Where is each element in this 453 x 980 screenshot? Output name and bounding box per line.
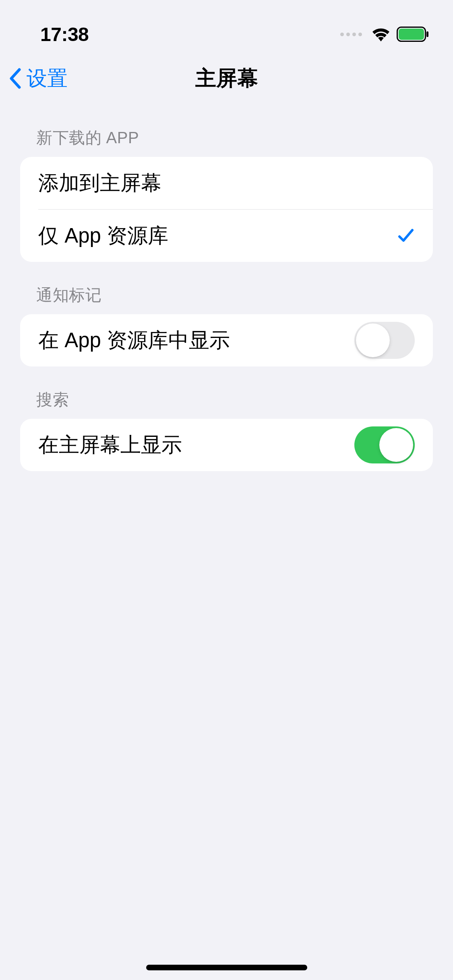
switch-knob: [356, 323, 390, 357]
row-show-in-app-library: 在 App 资源库中显示: [20, 314, 433, 366]
toggle-show-on-home-screen[interactable]: [354, 426, 415, 463]
status-bar: 17:38: [0, 0, 453, 52]
svg-rect-2: [426, 31, 428, 37]
checkmark-icon: [397, 227, 415, 245]
status-indicators: [340, 27, 429, 42]
option-app-library-only[interactable]: 仅 App 资源库: [20, 210, 433, 262]
toggle-show-in-app-library[interactable]: [354, 322, 415, 359]
status-time: 17:38: [24, 23, 89, 45]
switch-knob: [379, 428, 413, 462]
section-group-notification-badges: 在 App 资源库中显示: [20, 314, 433, 366]
chevron-left-icon: [8, 68, 23, 89]
section-group-new-downloads: 添加到主屏幕 仅 App 资源库: [20, 157, 433, 262]
section-group-search: 在主屏幕上显示: [20, 419, 433, 471]
settings-content: 新下载的 APP 添加到主屏幕 仅 App 资源库 通知标记 在 App 资源库…: [0, 105, 453, 471]
home-indicator[interactable]: [146, 965, 307, 970]
option-label: 仅 App 资源库: [38, 222, 168, 250]
wifi-icon: [372, 27, 390, 41]
svg-rect-1: [399, 29, 424, 40]
navigation-bar: 设置 主屏幕: [0, 52, 453, 105]
back-label: 设置: [27, 65, 68, 93]
option-label: 添加到主屏幕: [38, 169, 161, 197]
page-title: 主屏幕: [195, 64, 258, 93]
back-button[interactable]: 设置: [8, 65, 68, 93]
section-header-notification-badges: 通知标记: [20, 262, 433, 314]
option-add-to-home[interactable]: 添加到主屏幕: [20, 157, 433, 209]
row-label: 在 App 资源库中显示: [38, 327, 230, 354]
battery-icon: [397, 27, 429, 42]
section-header-search: 搜索: [20, 366, 433, 419]
row-label: 在主屏幕上显示: [38, 431, 182, 459]
section-header-new-downloads: 新下载的 APP: [20, 105, 433, 157]
cellular-signal-icon: [340, 33, 362, 36]
row-show-on-home-screen: 在主屏幕上显示: [20, 419, 433, 471]
